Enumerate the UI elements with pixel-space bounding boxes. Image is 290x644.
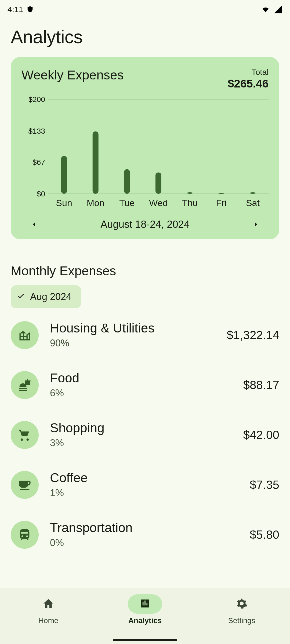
svg-text:Tue: Tue: [119, 198, 135, 208]
coffee-icon: [11, 471, 39, 499]
category-percent: 6%: [50, 387, 232, 399]
category-percent: 0%: [50, 537, 238, 548]
weekly-title: Weekly Expenses: [21, 68, 124, 82]
category-amount: $5.80: [250, 528, 279, 541]
chart-bar: [155, 173, 161, 194]
weekly-bar-chart: $200$133$67$0SunMonTueWedThuFriSat: [21, 97, 269, 209]
svg-text:$0: $0: [37, 190, 45, 198]
wifi-icon: [261, 5, 270, 14]
category-name: Transportation: [50, 521, 238, 535]
nav-label-settings: Settings: [228, 616, 255, 625]
svg-text:$133: $133: [28, 127, 45, 135]
svg-text:$200: $200: [28, 97, 45, 104]
category-name: Coffee: [50, 471, 238, 485]
nav-home[interactable]: Home: [24, 594, 73, 625]
chart-bar: [187, 192, 193, 194]
category-percent: 1%: [50, 487, 238, 499]
next-week-button[interactable]: [250, 218, 262, 230]
chart-bar: [250, 192, 256, 194]
svg-text:Sat: Sat: [246, 198, 260, 208]
weekly-total-label: Total: [228, 68, 269, 77]
nav-label-analytics: Analytics: [128, 616, 162, 625]
nav-settings[interactable]: Settings: [218, 594, 266, 625]
page-title: Analytics: [11, 26, 279, 47]
category-item[interactable]: Transportation0%$5.80: [11, 521, 279, 549]
shield-icon: [26, 6, 34, 13]
chart-bar: [218, 193, 224, 194]
category-name: Housing & Utilities: [50, 321, 215, 335]
svg-text:Thu: Thu: [182, 198, 198, 208]
svg-text:Mon: Mon: [87, 198, 104, 208]
category-item[interactable]: Coffee1%$7.35: [11, 471, 279, 499]
category-percent: 90%: [50, 338, 215, 349]
category-name: Food: [50, 371, 232, 385]
svg-text:$67: $67: [32, 158, 45, 166]
category-list: Housing & Utilities90%$1,322.14Food6%$88…: [11, 321, 279, 549]
category-item[interactable]: Housing & Utilities90%$1,322.14: [11, 321, 279, 349]
week-range: August 18-24, 2024: [100, 219, 190, 230]
prev-week-button[interactable]: [28, 218, 40, 230]
monthly-expenses-title: Monthly Expenses: [11, 264, 279, 278]
svg-text:Wed: Wed: [149, 198, 168, 208]
fastfood-icon: [11, 371, 39, 399]
category-amount: $1,322.14: [227, 328, 279, 342]
category-percent: 3%: [50, 437, 232, 449]
chart-bar: [61, 156, 67, 194]
status-time: 4:11: [8, 5, 23, 14]
category-name: Shopping: [50, 421, 232, 435]
nav-label-home: Home: [38, 616, 59, 625]
category-item[interactable]: Shopping3%$42.00: [11, 421, 279, 449]
chart-bar: [124, 169, 130, 194]
analytics-icon: [139, 598, 151, 610]
cart-icon: [11, 421, 39, 449]
status-bar: 4:11: [0, 0, 290, 19]
month-label: Aug 2024: [30, 291, 71, 302]
page-content: Analytics Weekly Expenses Total $265.46 …: [0, 19, 290, 588]
weekly-total-amount: $265.46: [228, 77, 269, 90]
check-icon: [17, 291, 25, 302]
category-amount: $42.00: [243, 428, 279, 442]
bottom-nav: Home Analytics Settings: [0, 588, 290, 644]
category-item[interactable]: Food6%$88.17: [11, 371, 279, 399]
settings-gear-icon: [236, 598, 248, 610]
android-gesture-bar: [113, 639, 177, 641]
nav-analytics[interactable]: Analytics: [121, 594, 169, 625]
svg-text:Fri: Fri: [216, 198, 227, 208]
home-icon: [42, 598, 54, 610]
subway-icon: [11, 521, 39, 549]
signal-icon: [273, 5, 282, 14]
svg-text:Sun: Sun: [56, 198, 72, 208]
category-amount: $88.17: [243, 378, 279, 392]
apartment-icon: [11, 321, 39, 349]
category-amount: $7.35: [250, 478, 279, 492]
chart-bar: [93, 131, 99, 194]
month-selector[interactable]: Aug 2024: [11, 285, 81, 308]
weekly-expenses-card: Weekly Expenses Total $265.46 $200$133$6…: [11, 57, 279, 239]
